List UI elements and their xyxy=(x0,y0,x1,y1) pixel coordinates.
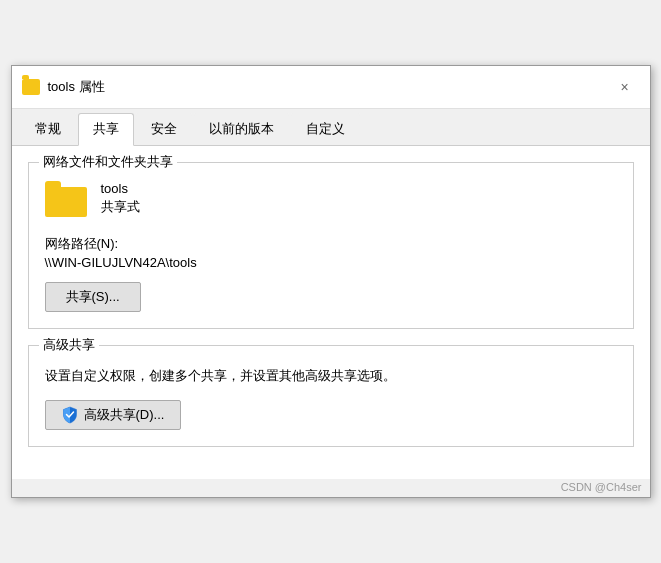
advanced-sharing-title: 高级共享 xyxy=(39,336,99,354)
tab-sharing[interactable]: 共享 xyxy=(78,113,134,146)
properties-window: tools 属性 × 常规 共享 安全 以前的版本 自定义 网络文件和文件夹共享… xyxy=(11,65,651,499)
folder-body xyxy=(45,187,87,217)
tab-security[interactable]: 安全 xyxy=(136,113,192,145)
tab-previous-versions[interactable]: 以前的版本 xyxy=(194,113,289,145)
folder-icon xyxy=(45,181,87,217)
network-path-label: 网络路径(N): xyxy=(45,235,617,253)
title-bar: tools 属性 × xyxy=(12,66,650,109)
tab-customize[interactable]: 自定义 xyxy=(291,113,360,145)
folder-name: tools xyxy=(101,181,140,196)
folder-info: tools 共享式 xyxy=(101,181,140,216)
network-sharing-title: 网络文件和文件夹共享 xyxy=(39,153,177,171)
folder-type: 共享式 xyxy=(101,198,140,216)
tab-bar: 常规 共享 安全 以前的版本 自定义 xyxy=(12,109,650,146)
close-button[interactable]: × xyxy=(612,74,638,100)
window-title: tools 属性 xyxy=(48,78,105,96)
advanced-share-button[interactable]: 高级共享(D)... xyxy=(45,400,182,430)
network-sharing-section: 网络文件和文件夹共享 tools 共享式 网络路径(N): \\WIN-GILU… xyxy=(28,162,634,329)
network-path-value: \\WIN-GILUJLVN42A\tools xyxy=(45,255,617,270)
title-folder-icon xyxy=(22,79,40,95)
watermark: CSDN @Ch4ser xyxy=(12,479,650,497)
advanced-description: 设置自定义权限，创建多个共享，并设置其他高级共享选项。 xyxy=(45,366,617,387)
share-button[interactable]: 共享(S)... xyxy=(45,282,141,312)
folder-row: tools 共享式 xyxy=(45,177,617,221)
title-bar-left: tools 属性 xyxy=(22,78,105,96)
advanced-sharing-section: 高级共享 设置自定义权限，创建多个共享，并设置其他高级共享选项。 高级共享(D)… xyxy=(28,345,634,448)
shield-icon xyxy=(62,406,78,424)
tab-general[interactable]: 常规 xyxy=(20,113,76,145)
tab-content: 网络文件和文件夹共享 tools 共享式 网络路径(N): \\WIN-GILU… xyxy=(12,146,650,480)
advanced-share-button-label: 高级共享(D)... xyxy=(84,406,165,424)
